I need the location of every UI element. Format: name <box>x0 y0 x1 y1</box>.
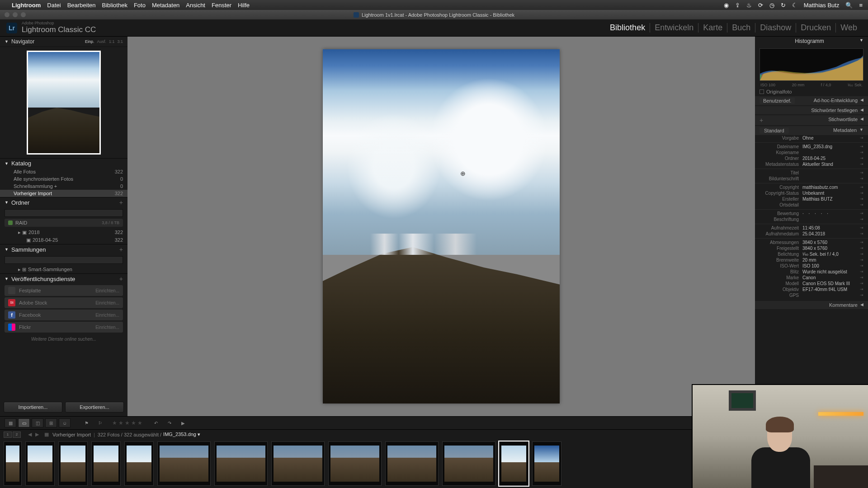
rating-stars[interactable]: ★★★★★ <box>112 420 144 426</box>
catalog-quick[interactable]: Schnellsammlung +0 <box>0 183 127 190</box>
metadata-row[interactable]: Kopiename⇥ <box>755 150 868 155</box>
publish-facebook[interactable]: fFacebookEinrichten... <box>5 310 123 320</box>
module-drucken[interactable]: Drucken <box>796 23 836 33</box>
status-flame-icon[interactable]: ♨ <box>746 2 752 9</box>
metadata-row[interactable]: ISO-WertISO 100⇥ <box>755 263 868 269</box>
original-photo-toggle[interactable]: Originalfoto <box>755 88 868 95</box>
smart-collections[interactable]: ▸ ⊞Smart-Sammlungen <box>0 266 127 273</box>
status-dropbox-icon[interactable]: ⇪ <box>735 2 740 9</box>
add-collection-icon[interactable]: + <box>119 246 123 253</box>
metadata-row[interactable]: ModellCanon EOS 5D Mark III⇥ <box>755 281 868 286</box>
thumbnail[interactable] <box>532 441 561 486</box>
spotlight-icon[interactable]: 🔍 <box>845 2 853 9</box>
metadata-row[interactable]: Titel⇥ <box>755 169 868 176</box>
main-window-button[interactable]: 1 <box>4 432 12 438</box>
collections-header[interactable]: ▼Sammlungen+ <box>0 244 127 254</box>
source-crumb[interactable]: Vorheriger Import <box>52 432 91 437</box>
thumbnail[interactable] <box>4 441 22 486</box>
comments-header[interactable]: Kommentare◀ <box>755 301 868 309</box>
module-web[interactable]: Web <box>836 23 862 33</box>
thumbnail[interactable] <box>385 441 439 486</box>
status-sync-icon[interactable]: ⟳ <box>758 2 763 9</box>
export-button[interactable]: Exportieren... <box>65 402 124 413</box>
catalog-synced[interactable]: Alle synchronisierten Fotos0 <box>0 175 127 183</box>
metadata-row[interactable]: Beschriftung⇥ <box>755 216 868 222</box>
import-button[interactable]: Importieren... <box>4 402 62 413</box>
metadata-row[interactable]: Freigestellt3840 x 5760⇥ <box>755 245 868 251</box>
zoom-window-icon[interactable] <box>21 12 26 17</box>
publish-header[interactable]: ▼Veröffentlichungsdienste+ <box>0 274 127 284</box>
metadata-header[interactable]: Standard Metadaten▼ <box>755 126 868 135</box>
window-controls[interactable] <box>0 12 26 17</box>
folder-filter-input[interactable] <box>5 209 123 217</box>
menu-fenster[interactable]: Fenster <box>212 2 231 9</box>
status-backup-icon[interactable]: ↻ <box>781 2 786 9</box>
metadata-row[interactable]: Aufnahmedatum25.04.2018⇥ <box>755 231 868 237</box>
loupe-view-button[interactable]: ▭ <box>18 418 30 427</box>
metadata-row[interactable]: VorgabeOhne⇥ <box>755 135 868 141</box>
menu-bibliothek[interactable]: Bibliothek <box>102 2 127 9</box>
metadata-row[interactable]: Copyrightmatthiasbutz.com⇥ <box>755 183 868 190</box>
rotate-cw-icon[interactable]: ↷ <box>164 418 175 427</box>
add-folder-icon[interactable]: + <box>119 199 123 206</box>
compare-view-button[interactable]: ◫ <box>32 418 43 427</box>
publish-harddrive[interactable]: FestplatteEinrichten... <box>5 285 123 296</box>
thumbnail[interactable] <box>271 441 325 486</box>
metadata-row[interactable]: ObjektivEF17-40mm f/4L USM⇥ <box>755 286 868 292</box>
navigator-preview[interactable] <box>27 51 101 155</box>
menu-datei[interactable]: Datei <box>47 2 61 9</box>
navigator-header[interactable]: ▼ Navigator Einp. Ausf. 1:1 3:1 <box>0 37 127 47</box>
metadata-row[interactable]: BlitzWurde nicht ausgelöst⇥ <box>755 269 868 275</box>
menu-metadaten[interactable]: Metadaten <box>152 2 179 9</box>
keywordlist-header[interactable]: +Stichwortliste◀ <box>755 115 868 125</box>
metadata-row[interactable]: Ordner2018-04-25⇥ <box>755 155 868 161</box>
current-filename[interactable]: IMG_2353.dng ▾ <box>163 432 200 437</box>
menu-foto[interactable]: Foto <box>134 2 146 9</box>
module-karte[interactable]: Karte <box>698 23 727 33</box>
histogram-header[interactable]: Histogramm▼ <box>755 37 868 46</box>
loupe-view[interactable]: ⊕ <box>127 37 755 416</box>
metadata-row[interactable]: DateinameIMG_2353.dng⇥ <box>755 142 868 150</box>
nav-back-icon[interactable]: ◀ <box>28 432 32 437</box>
menu-ansicht[interactable]: Ansicht <box>186 2 205 9</box>
volume-raid[interactable]: RAID3,8 / 8 TB <box>5 219 123 227</box>
add-publish-icon[interactable]: + <box>119 275 123 282</box>
thumbnail[interactable] <box>91 441 121 486</box>
metadata-row[interactable]: Belichtung¹⁄₆₀ Sek. bei f / 4,0⇥ <box>755 251 868 257</box>
thumbnail[interactable] <box>328 441 382 486</box>
metadata-row[interactable]: Bewertung· · · · ·⇥ <box>755 209 868 216</box>
collection-filter-input[interactable] <box>5 256 123 264</box>
status-time-icon[interactable]: ◷ <box>769 2 774 9</box>
metadata-row[interactable]: Abmessungen3840 x 5760⇥ <box>755 238 868 245</box>
metadata-row[interactable]: ErstellerMatthias BUTZ⇥ <box>755 196 868 202</box>
metadata-row[interactable]: Copyright-StatusUnbekannt⇥ <box>755 190 868 196</box>
metadata-row[interactable]: Brennweite20 mm⇥ <box>755 257 868 263</box>
folder-2018[interactable]: ▸ ▣2018322 <box>0 229 127 236</box>
second-window-button[interactable]: 2 <box>13 432 21 438</box>
grid-view-button[interactable]: ▦ <box>5 418 16 427</box>
rotate-ccw-icon[interactable]: ↶ <box>150 418 162 427</box>
folders-header[interactable]: ▼Ordner+ <box>0 197 127 207</box>
flag-reject-icon[interactable]: ⚐ <box>94 418 106 427</box>
folder-2018-04-25[interactable]: ▣2018-04-25322 <box>0 236 127 244</box>
metadata-row[interactable]: MetadatenstatusAktueller Stand⇥ <box>755 161 868 167</box>
thumbnail[interactable] <box>25 441 55 486</box>
publish-flickr[interactable]: FlickrEinrichten... <box>5 322 123 333</box>
grid-shortcut-icon[interactable]: ▦ <box>44 432 49 437</box>
metadata-row[interactable]: MarkeCanon⇥ <box>755 275 868 281</box>
module-buch[interactable]: Buch <box>727 23 755 33</box>
nav-fit[interactable]: Einp. <box>85 39 94 44</box>
publish-adobestock[interactable]: StAdobe StockEinrichten... <box>5 297 123 308</box>
minimize-window-icon[interactable] <box>13 12 18 17</box>
catalog-all-photos[interactable]: Alle Fotos322 <box>0 168 127 175</box>
metadata-row[interactable]: Ortsdetail⇥ <box>755 202 868 208</box>
metadata-row[interactable]: Bildunterschrift⇥ <box>755 176 868 182</box>
app-menu[interactable]: Lightroom <box>12 2 41 9</box>
menu-bearbeiten[interactable]: Bearbeiten <box>67 2 96 9</box>
module-entwickeln[interactable]: Entwickeln <box>650 23 698 33</box>
slideshow-icon[interactable]: ▶ <box>177 418 189 427</box>
module-diashow[interactable]: Diashow <box>755 23 796 33</box>
quickdev-header[interactable]: Benutzerdef. Ad-hoc-Entwicklung◀ <box>755 96 868 105</box>
thumbnail[interactable] <box>58 441 88 486</box>
flag-pick-icon[interactable]: ⚑ <box>80 418 92 427</box>
